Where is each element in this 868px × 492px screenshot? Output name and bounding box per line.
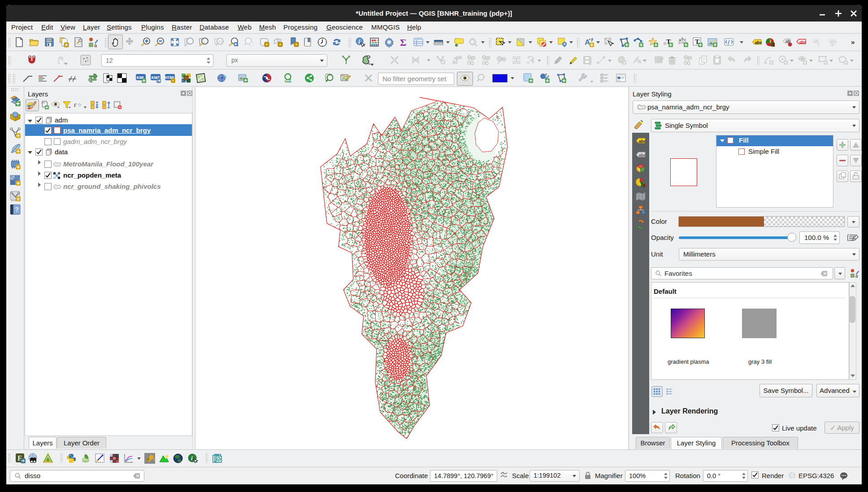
svg-text:abc: abc <box>639 152 646 157</box>
svg-text:c: c <box>684 38 686 42</box>
svg-text:a: a <box>94 43 97 48</box>
svg-text:a: a <box>855 274 858 278</box>
svg-text:abc: abc <box>799 40 807 44</box>
svg-text:a: a <box>679 38 681 42</box>
svg-text:b: b <box>681 37 684 41</box>
svg-text:hub: hub <box>285 79 291 83</box>
svg-text:1:1: 1:1 <box>218 40 223 43</box>
svg-text:i: i <box>191 455 193 462</box>
svg-text:abc: abc <box>830 39 837 44</box>
svg-text:abc: abc <box>755 40 762 45</box>
svg-text:i: i <box>359 38 360 45</box>
svg-text:ε: ε <box>74 101 77 108</box>
svg-text:ab: ab <box>814 39 818 44</box>
svg-text:Σ: Σ <box>400 37 406 48</box>
svg-text:?: ? <box>15 206 19 213</box>
svg-text:abc: abc <box>639 139 646 144</box>
